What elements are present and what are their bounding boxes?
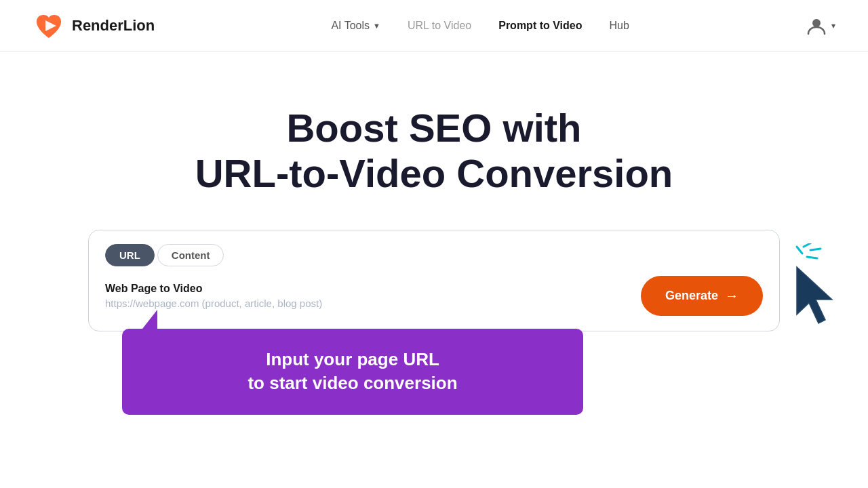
svg-line-2 — [804, 243, 810, 247]
svg-line-4 — [807, 257, 817, 258]
url-input-placeholder[interactable]: https://webpage.com (product, article, b… — [105, 298, 630, 309]
input-label: Web Page to Video — [105, 283, 630, 295]
tab-url[interactable]: URL — [105, 244, 155, 266]
generate-button-label: Generate — [665, 289, 718, 303]
tab-content[interactable]: Content — [157, 244, 224, 266]
header: RenderLion AI Tools ▼ URL to Video Promp… — [0, 0, 868, 52]
sparkles-icon — [783, 243, 824, 277]
main-content: Boost SEO with URL-to-Video Conversion U… — [0, 52, 868, 331]
tooltip-banner: Input your page URL to start video conve… — [122, 329, 583, 414]
ai-tools-dropdown-arrow: ▼ — [373, 22, 380, 30]
logo[interactable]: RenderLion — [33, 9, 155, 42]
tooltip-wrapper: Input your page URL to start video conve… — [122, 310, 583, 414]
user-menu-chevron: ▾ — [831, 21, 835, 30]
nav-item-hub[interactable]: Hub — [609, 20, 629, 32]
tooltip-arrow — [142, 310, 157, 329]
main-nav: AI Tools ▼ URL to Video Prompt to Video … — [331, 20, 629, 32]
nav-item-ai-tools[interactable]: AI Tools ▼ — [331, 20, 380, 32]
hero-title: Boost SEO with URL-to-Video Conversion — [195, 106, 673, 196]
svg-line-3 — [810, 249, 821, 250]
tab-row: URL Content — [105, 244, 763, 266]
user-menu[interactable]: ▾ — [806, 15, 835, 37]
generate-arrow-icon: → — [725, 288, 738, 304]
nav-item-prompt-to-video[interactable]: Prompt to Video — [498, 20, 582, 32]
user-avatar-icon — [806, 15, 827, 37]
logo-text: RenderLion — [72, 17, 155, 35]
svg-point-1 — [812, 19, 821, 27]
tooltip-text: Input your page URL to start video conve… — [156, 348, 549, 395]
logo-icon — [33, 9, 65, 42]
nav-item-url-to-video[interactable]: URL to Video — [408, 20, 471, 32]
input-text-area: Web Page to Video https://webpage.com (p… — [105, 283, 630, 309]
generate-button[interactable]: Generate → — [641, 276, 763, 316]
cursor-decoration — [790, 250, 848, 334]
input-card-wrapper: URL Content Web Page to Video https://we… — [88, 230, 780, 331]
svg-line-5 — [797, 247, 802, 253]
